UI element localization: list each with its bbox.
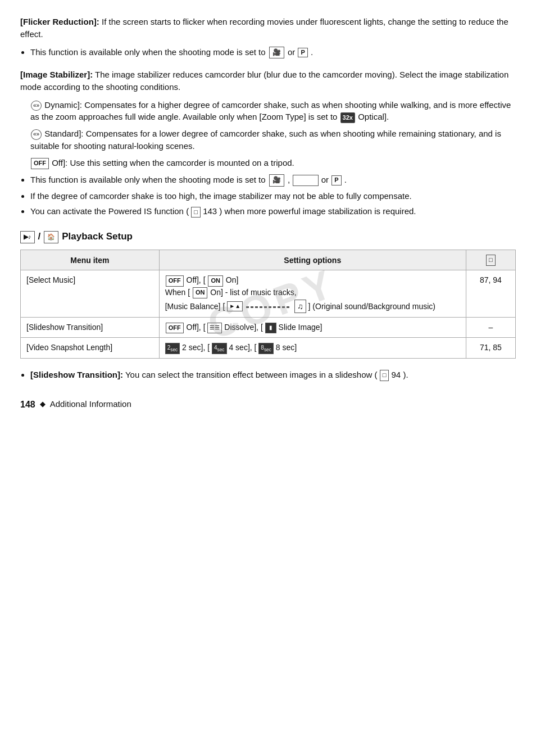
settings-video-snapshot: 2sec 2 sec], [ 4sec 4 sec], [ 8sec 8 sec… [159, 338, 466, 358]
off-icon-slide: OFF [166, 323, 184, 334]
2sec-text: 2 sec], [ [182, 343, 210, 352]
note-icon: ♫ [294, 300, 306, 313]
flicker-reduction-heading: [Flicker Reduction]: [20, 17, 99, 26]
table-header-row: Menu item Setting options □ [21, 250, 516, 270]
page-select-music: 87, 94 [466, 270, 515, 318]
playback-table: Menu item Setting options □ [Select Musi… [20, 250, 516, 359]
4sec-text: 4 sec], [ [229, 343, 256, 352]
music-balance-line: [Music Balance] [ ►▲ ♫ ] (Original sound… [165, 300, 460, 313]
playback-setup-header: ▶♪ / 🏠 Playback Setup [20, 230, 516, 244]
balance-bar-container [245, 301, 292, 312]
page-footer: 148 ◆ Additional Information [20, 398, 516, 411]
page-number: 148 [20, 398, 35, 411]
select-music-label: [Select Music] [26, 275, 75, 284]
balance-bar [246, 306, 291, 308]
col-header-menu: Menu item [21, 250, 160, 270]
p-mode-icon: P [298, 48, 307, 57]
is-movie-icon: 🎥 [269, 174, 284, 186]
flicker-bullet-text: This function is available only when the… [30, 47, 266, 57]
dynamic-para: «» Dynamic]: Compensates for a higher de… [30, 99, 516, 124]
slide-text: Slide Image] [279, 323, 322, 332]
powered-page: 143 [203, 206, 217, 216]
off-icon-music: OFF [166, 275, 184, 287]
book-icon-2: □ [380, 370, 389, 381]
settings-slideshow: OFF Off], [ ☰☰ Dissolve], [ ▮ Slide Imag… [159, 318, 466, 338]
is-bullet-shake: If the degree of camcorder shake is too … [30, 190, 516, 202]
is-bullet-powered: You can activate the Powered IS function… [30, 205, 516, 218]
standard-text: Standard]: Compensates for a lower degre… [30, 129, 501, 151]
off-label: Off], [ [187, 275, 206, 284]
table-row: [Video Snapshot Length] 2sec 2 sec], [ 4… [21, 338, 516, 358]
on-label: On] [226, 275, 239, 284]
on-icon-music2: ON [193, 287, 208, 298]
music-original-text: ] (Original sound/Background music) [308, 301, 435, 312]
settings-select-music: OFF Off], [ ON On] When [ ON On] - list … [159, 270, 466, 318]
playback-icon-1: ▶♪ [20, 231, 35, 243]
is-blank-icon [293, 175, 318, 186]
off-text: Off]: Use this setting when the camcorde… [52, 158, 294, 168]
flicker-bullet-1: This function is available only when the… [30, 46, 516, 59]
8sec-icon: 8sec [258, 343, 274, 354]
music-on-list: On] - list of music tracks, [210, 288, 296, 297]
off-slide-text: Off], [ [187, 323, 206, 332]
or-text: or [288, 47, 298, 57]
standard-para: «» Standard]: Compensates for a lower de… [30, 128, 516, 152]
image-stabilizer-section: [Image Stabilizer]: The image stabilizer… [20, 69, 516, 218]
flicker-reduction-bullets: This function is available only when the… [30, 46, 516, 59]
powered-text-1: You can activate the Powered IS function… [30, 206, 189, 216]
8sec-text: 8 sec] [276, 343, 297, 352]
music-when-text: When [ [165, 288, 190, 297]
menu-video-snapshot: [Video Snapshot Length] [21, 338, 160, 358]
on-icon-music: ON [208, 275, 223, 287]
slide-icon: ▮ [265, 323, 276, 333]
32x-icon: 32x [340, 112, 355, 124]
optical-text: Optical]. [358, 112, 389, 121]
table-row: [Slideshow Transition] OFF Off], [ ☰☰ Di… [21, 318, 516, 338]
4sec-icon: 4sec [212, 343, 227, 354]
is-dynamic-icon: «» [31, 101, 42, 111]
slideshow-note-list: [Slideshow Transition]: You can select t… [30, 369, 516, 381]
menu-slideshow: [Slideshow Transition] [21, 318, 160, 338]
book-icon-1: □ [191, 207, 201, 218]
off-para: OFF Off]: Use this setting when the camc… [30, 157, 516, 169]
slideshow-note-page: 94 [392, 370, 401, 379]
movie-mode-icon: 🎥 [269, 47, 284, 58]
footer-diamond: ◆ [40, 399, 46, 410]
slideshow-note-section: [Slideshow Transition]: You can select t… [20, 369, 516, 381]
playback-icon-2: 🏠 [44, 231, 58, 243]
slideshow-note-item: [Slideshow Transition]: You can select t… [30, 369, 516, 381]
image-stabilizer-heading: [Image Stabilizer]: [20, 70, 93, 79]
dynamic-text: Dynamic]: Compensates for a higher degre… [30, 100, 511, 122]
table-row: [Select Music] OFF Off], [ ON On] When [… [21, 270, 516, 318]
music-line1: OFF Off], [ ON On] [165, 274, 460, 286]
slideshow-note-end: ). [403, 370, 408, 379]
col-header-settings: Setting options [159, 250, 466, 270]
col-header-page: □ [466, 250, 515, 270]
image-stabilizer-para: [Image Stabilizer]: The image stabilizer… [20, 69, 516, 93]
slash: / [38, 230, 41, 244]
dissolve-icon: ☰☰ [207, 323, 222, 333]
is-or-text: or [321, 175, 331, 184]
2sec-icon: 2sec [165, 343, 180, 354]
music-arrow-icon: ►▲ [227, 301, 243, 312]
music-line2: When [ ON On] - list of music tracks, [165, 287, 460, 298]
book-icon-header: □ [486, 255, 496, 266]
off-icon: OFF [31, 158, 49, 169]
flicker-reduction-section: [Flicker Reduction]: If the screen start… [20, 16, 516, 58]
page-slideshow: – [466, 318, 515, 338]
slideshow-note-heading: [Slideshow Transition]: [30, 370, 123, 379]
image-stabilizer-bullets: This function is available only when the… [30, 174, 516, 218]
is-bullet-avail: This function is available only when the… [30, 174, 516, 187]
image-stabilizer-body: The image stabilizer reduces camcorder b… [20, 70, 508, 92]
footer-text: Additional Information [50, 398, 131, 410]
music-balance-text: [Music Balance] [ [165, 301, 225, 312]
powered-end: ) when more powerful image stabilization… [219, 206, 416, 216]
is-standard-icon: «» [31, 129, 42, 140]
is-avail-text: This function is available only when the… [30, 175, 266, 184]
menu-select-music: [Select Music] [21, 270, 160, 318]
slideshow-note-body: You can select the transition effect bet… [125, 370, 378, 379]
playback-heading: Playback Setup [62, 230, 133, 244]
page-video-snapshot: 71, 85 [466, 338, 515, 358]
flicker-reduction-para: [Flicker Reduction]: If the screen start… [20, 16, 516, 40]
is-p-icon: P [331, 175, 341, 185]
